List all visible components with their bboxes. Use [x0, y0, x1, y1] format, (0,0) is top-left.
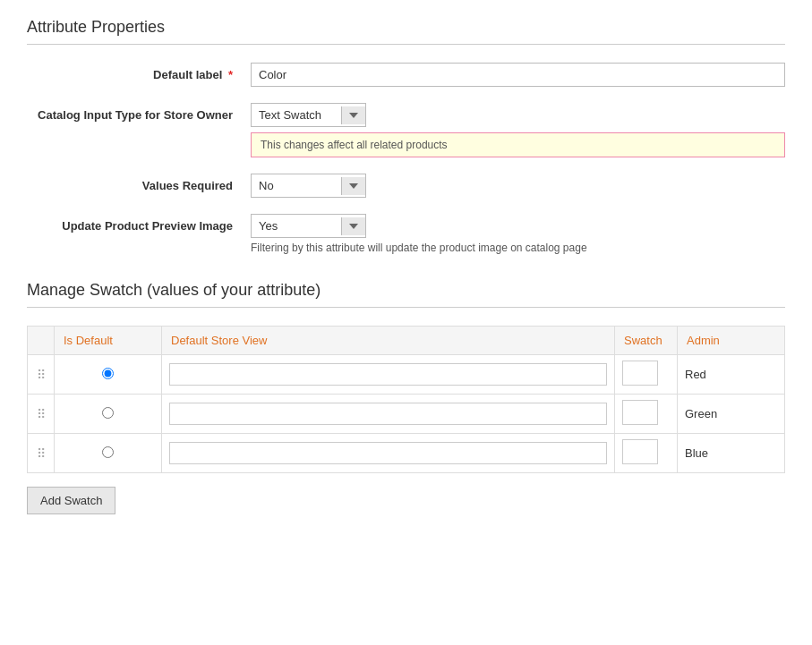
default-label-label: Default label *: [27, 63, 251, 81]
default-label-input[interactable]: [251, 63, 785, 87]
update-preview-image-row: Update Product Preview Image Yes No Filt…: [27, 214, 785, 254]
catalog-input-type-row: Catalog Input Type for Store Owner Text …: [27, 103, 785, 157]
values-required-select-wrapper: No Yes: [251, 174, 366, 198]
swatch-table: Is Default Default Store View Swatch Adm…: [27, 326, 785, 473]
update-preview-image-dropdown-btn[interactable]: [341, 217, 365, 235]
catalog-input-type-notice: This changes affect all related products: [251, 132, 785, 157]
is-default-column-header: Is Default: [55, 327, 162, 355]
catalog-input-type-label: Catalog Input Type for Store Owner: [27, 103, 251, 122]
catalog-input-type-select[interactable]: Text Swatch Visual Swatch Dropdown: [252, 104, 341, 126]
is-default-radio[interactable]: [102, 407, 114, 419]
drag-column-header: [28, 327, 55, 355]
is-default-radio[interactable]: [102, 368, 114, 379]
values-required-select[interactable]: No Yes: [252, 174, 341, 197]
drag-handle[interactable]: ⠿: [28, 395, 55, 434]
table-row: ⠿Blue: [28, 434, 785, 473]
default-store-view-column-header: Default Store View: [162, 327, 615, 355]
swatch-section-divider: [27, 307, 785, 308]
values-required-field: No Yes: [251, 174, 785, 198]
swatch-color-box[interactable]: [622, 361, 658, 386]
chevron-down-icon: [349, 222, 358, 231]
default-label-field: [251, 63, 785, 87]
store-view-input[interactable]: [169, 363, 607, 386]
admin-cell: Green: [678, 395, 785, 434]
swatch-color-cell[interactable]: [615, 355, 678, 395]
update-preview-image-select[interactable]: Yes No: [252, 215, 341, 237]
section-divider: [27, 44, 785, 45]
swatch-table-header-row: Is Default Default Store View Swatch Adm…: [28, 327, 785, 355]
swatch-color-cell[interactable]: [615, 395, 678, 434]
swatch-color-cell[interactable]: [615, 434, 678, 473]
store-view-cell: [162, 395, 615, 434]
drag-handle[interactable]: ⠿: [28, 355, 55, 395]
table-row: ⠿Green: [28, 395, 785, 434]
admin-cell: Blue: [678, 434, 785, 473]
manage-swatch-section: Manage Swatch (values of your attribute)…: [27, 281, 785, 514]
store-view-input[interactable]: [169, 442, 607, 464]
swatch-color-box[interactable]: [622, 400, 658, 425]
chevron-down-icon: [349, 111, 358, 120]
values-required-row: Values Required No Yes: [27, 174, 785, 198]
table-row: ⠿Red: [28, 355, 785, 395]
update-preview-image-label: Update Product Preview Image: [27, 214, 251, 233]
catalog-input-type-field: Text Swatch Visual Swatch Dropdown This …: [251, 103, 785, 157]
add-swatch-button[interactable]: Add Swatch: [27, 487, 115, 514]
catalog-input-type-dropdown-btn[interactable]: [341, 106, 365, 124]
update-preview-image-field: Yes No Filtering by this attribute will …: [251, 214, 785, 254]
attribute-properties-section: Attribute Properties Default label * Cat…: [27, 18, 785, 254]
default-label-row: Default label *: [27, 63, 785, 87]
required-indicator: *: [228, 68, 233, 81]
attribute-properties-title: Attribute Properties: [27, 18, 785, 37]
store-view-cell: [162, 355, 615, 395]
is-default-radio[interactable]: [102, 446, 114, 458]
manage-swatch-title: Manage Swatch (values of your attribute): [27, 281, 785, 300]
update-preview-image-select-wrapper: Yes No: [251, 214, 366, 238]
values-required-label: Values Required: [27, 174, 251, 192]
drag-handle[interactable]: ⠿: [28, 434, 55, 473]
swatch-column-header: Swatch: [615, 327, 678, 355]
swatch-color-box[interactable]: [622, 439, 658, 464]
is-default-cell: [55, 434, 162, 473]
admin-column-header: Admin: [678, 327, 785, 355]
store-view-cell: [162, 434, 615, 473]
is-default-cell: [55, 355, 162, 395]
values-required-dropdown-btn[interactable]: [341, 177, 365, 195]
store-view-input[interactable]: [169, 403, 607, 425]
catalog-input-type-select-wrapper: Text Swatch Visual Swatch Dropdown: [251, 103, 366, 127]
is-default-cell: [55, 395, 162, 434]
chevron-down-icon: [349, 182, 358, 191]
admin-cell: Red: [678, 355, 785, 395]
update-preview-image-hint: Filtering by this attribute will update …: [251, 242, 785, 254]
